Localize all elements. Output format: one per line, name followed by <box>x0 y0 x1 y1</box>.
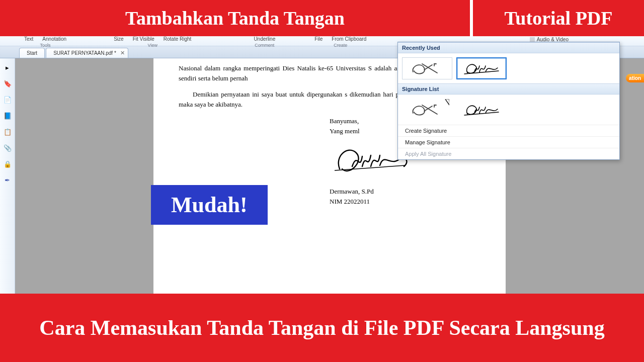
menu-manage-signature[interactable]: Manage Signature <box>398 136 619 148</box>
sig-section-list: Signature List <box>398 83 619 95</box>
thumbnail-title-right: Tutorial PDF <box>473 0 644 36</box>
signature-dropdown: Recently Used Signature List Create Sign… <box>397 42 620 160</box>
right-gutter <box>620 78 644 294</box>
ribbon-item-underline[interactable]: Underline <box>254 36 275 42</box>
left-toolbar: ▸ 🔖 📄 📘 📋 📎 🔒 ✒ <box>0 58 15 294</box>
list-signature-1[interactable] <box>402 99 452 121</box>
layers-icon[interactable]: 📘 <box>4 112 12 120</box>
expand-icon[interactable]: ▸ <box>4 63 12 71</box>
mouse-cursor-icon <box>447 98 454 108</box>
audiovideo-icon <box>530 37 535 42</box>
easy-badge: Mudah! <box>151 185 268 225</box>
ribbon-item-rotate[interactable]: Rotate Right <box>164 36 192 42</box>
sign-icon[interactable]: ✒ <box>4 176 12 184</box>
pages-icon[interactable]: 📄 <box>4 96 12 104</box>
menu-apply-all-signature: Apply All Signature <box>398 148 619 159</box>
bookmark-icon[interactable]: 🔖 <box>4 79 12 87</box>
sig-section-recent: Recently Used <box>398 42 619 53</box>
activation-tag[interactable]: ation <box>626 74 644 82</box>
ribbon-section-tools: Tools <box>40 43 51 48</box>
ribbon-item-fitvisible[interactable]: Fit Visible <box>133 36 154 42</box>
ribbon-section-view: View <box>148 43 157 48</box>
tab-start[interactable]: Start <box>19 48 45 58</box>
ribbon-item-file[interactable]: File <box>314 36 323 42</box>
menu-create-signature[interactable]: Create Signature <box>398 125 619 136</box>
thumbnail-title-left: Tambahkan Tanda Tangan <box>0 0 470 36</box>
ribbon-item-size[interactable]: Size <box>114 36 123 42</box>
ribbon-section-create: Create <box>334 43 347 48</box>
application-window: Text Annotation Tools Size Fit Visible R… <box>0 36 644 294</box>
tab-document-label: SURAT PERNYATAAN.pdf * <box>53 50 116 56</box>
list-signature-2[interactable] <box>456 99 507 121</box>
ribbon-item-fromclipboard[interactable]: From Clipboard <box>332 36 366 42</box>
signer-id: NIM 22022011 <box>330 197 480 207</box>
thumbnail-caption: Cara Memasukan Tanda Tangan di File PDF … <box>0 294 644 362</box>
close-icon[interactable]: ✕ <box>120 50 125 56</box>
ribbon-item-text[interactable]: Text <box>24 36 33 42</box>
lock-icon[interactable]: 🔒 <box>4 160 12 168</box>
signer-name: Dermawan, S.Pd <box>330 187 480 197</box>
ribbon-item-annotation[interactable]: Annotation <box>42 36 66 42</box>
clipboard-icon[interactable]: 📋 <box>4 128 12 136</box>
attachment-icon[interactable]: 📎 <box>4 144 12 152</box>
recent-signature-2[interactable] <box>456 57 507 79</box>
recent-signature-1[interactable] <box>402 57 452 79</box>
ribbon-section-comment: Comment <box>255 43 274 48</box>
tab-document[interactable]: SURAT PERNYATAAN.pdf * ✕ <box>46 48 128 58</box>
